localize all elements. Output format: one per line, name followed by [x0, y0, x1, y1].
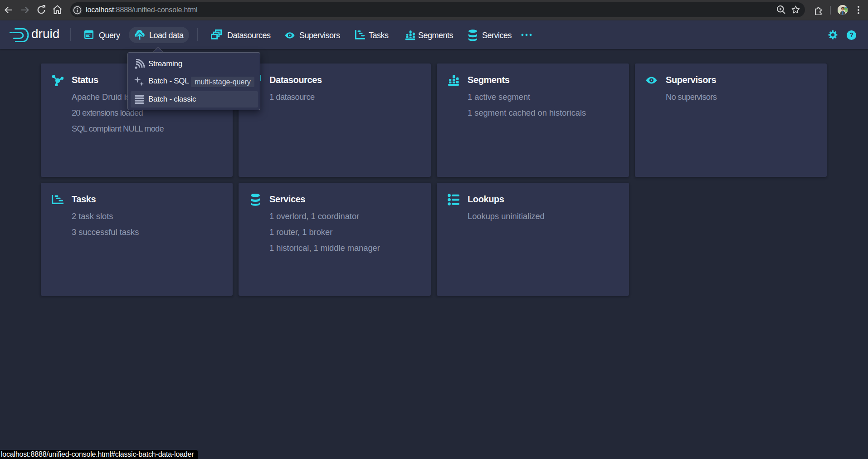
- svg-text:?: ?: [849, 31, 853, 39]
